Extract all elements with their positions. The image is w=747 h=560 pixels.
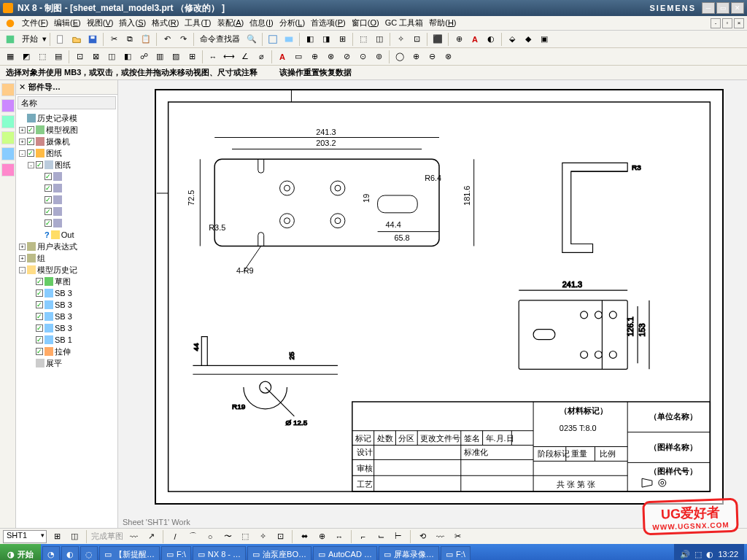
- start-menu-button[interactable]: [3, 32, 18, 47]
- save-button[interactable]: [85, 32, 100, 47]
- tree-row[interactable]: ✓SB 3: [18, 287, 116, 299]
- menu-item[interactable]: 窗口(O): [349, 18, 382, 27]
- sh-g[interactable]: ○: [203, 529, 217, 544]
- tool-k[interactable]: ⊕: [452, 32, 466, 47]
- dr-h[interactable]: ◧: [120, 50, 135, 64]
- sh-p[interactable]: ⌙: [374, 529, 388, 544]
- tree-row[interactable]: +✓摄像机: [18, 136, 116, 147]
- dr-e[interactable]: ⊡: [72, 50, 87, 64]
- dr-y[interactable]: ⊕: [409, 50, 423, 64]
- taskbar-item[interactable]: ▭AutoCAD …: [313, 546, 377, 560]
- sh-j[interactable]: ✧: [255, 529, 270, 544]
- tool-l[interactable]: ◐: [484, 32, 498, 47]
- dr-a[interactable]: ▦: [3, 50, 18, 64]
- rb-nav-icon[interactable]: [1, 83, 15, 96]
- dr-b[interactable]: ◩: [19, 50, 34, 64]
- sh-h[interactable]: 〜: [220, 529, 235, 544]
- tree-row[interactable]: +组: [18, 252, 116, 264]
- dr-n[interactable]: ⟷: [222, 50, 236, 64]
- tree-row[interactable]: ✓SB 3: [18, 322, 116, 334]
- dr-r[interactable]: ▭: [291, 50, 306, 64]
- sh-f[interactable]: ⌒: [185, 529, 200, 544]
- dr-p[interactable]: ⌀: [254, 50, 268, 64]
- tree-row[interactable]: ✓SB 3: [18, 299, 116, 311]
- cmd-finder-icon[interactable]: 🔍: [244, 32, 259, 47]
- dr-l[interactable]: ⊞: [185, 50, 199, 64]
- tree-row[interactable]: ✓: [18, 194, 116, 206]
- sh-t[interactable]: ✂: [450, 529, 465, 544]
- dr-m[interactable]: ↔: [206, 50, 220, 64]
- drawing-canvas[interactable]: 241.3 203.2 72.5 44.4 65.8 19 R6.4 4-R9 …: [118, 80, 747, 528]
- taskbar-item[interactable]: ▭F:\: [161, 546, 191, 560]
- menu-item[interactable]: 信息(I): [247, 18, 276, 27]
- tree-row[interactable]: -✓图纸: [18, 159, 116, 171]
- sh-o[interactable]: ⌐: [356, 529, 371, 544]
- tree-row[interactable]: ✓草图: [18, 276, 116, 287]
- close-button[interactable]: ✕: [731, 2, 744, 14]
- sh-m[interactable]: ⊕: [314, 529, 329, 544]
- dr-g[interactable]: ◫: [104, 50, 119, 64]
- taskbar-item[interactable]: ▭NX 8 - …: [193, 546, 246, 560]
- taskbar-item[interactable]: ▭屏幕录像…: [379, 546, 439, 560]
- dr-o[interactable]: ∠: [238, 50, 252, 64]
- tool-j[interactable]: ⬛: [430, 32, 445, 47]
- nav-column-name[interactable]: 名称: [18, 96, 116, 109]
- mdi-restore-button[interactable]: ▫: [722, 18, 732, 28]
- dr-k[interactable]: ▨: [169, 50, 183, 64]
- tool-a[interactable]: [266, 32, 280, 47]
- tree-row[interactable]: ✓: [18, 206, 116, 217]
- sh-r[interactable]: ⟲: [415, 529, 430, 544]
- dr-q[interactable]: A: [275, 50, 290, 64]
- tool-e[interactable]: ⊞: [335, 32, 349, 47]
- tree-row[interactable]: -模型历史记: [18, 264, 116, 276]
- cut-button[interactable]: ✂: [107, 32, 121, 47]
- tool-m[interactable]: ⬙: [505, 32, 519, 47]
- tool-b[interactable]: [282, 32, 296, 47]
- rb-e-icon[interactable]: [1, 147, 15, 160]
- nx-icon[interactable]: [3, 16, 18, 31]
- menu-item[interactable]: 装配(A): [214, 18, 247, 27]
- sh-n[interactable]: ↔: [332, 529, 347, 544]
- taskbar-item[interactable]: ▭F:\: [441, 546, 471, 560]
- menu-item[interactable]: 格式(R): [149, 18, 182, 27]
- sh-c[interactable]: 〰: [126, 529, 141, 544]
- tool-f[interactable]: ⬚: [356, 32, 371, 47]
- dr-s[interactable]: ⊕: [307, 50, 322, 64]
- rb-d-icon[interactable]: [1, 131, 15, 144]
- dr-x[interactable]: ◯: [392, 50, 407, 64]
- tree-row[interactable]: ✓拉伸: [18, 346, 116, 357]
- maximize-button[interactable]: ▭: [716, 2, 729, 14]
- open-button[interactable]: [69, 32, 84, 47]
- tree-row[interactable]: ✓: [18, 171, 116, 182]
- dr-v[interactable]: ⊙: [355, 50, 370, 64]
- sh-i[interactable]: ⬚: [238, 529, 252, 544]
- taskbar-item[interactable]: ▭【新提醒…: [99, 546, 160, 560]
- menu-item[interactable]: 工具(T): [182, 18, 214, 27]
- minimize-button[interactable]: ─: [702, 2, 715, 14]
- menu-item[interactable]: 首选项(P): [308, 18, 349, 27]
- tree-row[interactable]: +✓模型视图: [18, 124, 116, 136]
- tree-row[interactable]: ✓: [18, 217, 116, 229]
- text-tool[interactable]: A: [468, 32, 482, 47]
- sh-q[interactable]: ⊢: [391, 529, 406, 544]
- sh-b[interactable]: ◫: [67, 529, 82, 544]
- tree-row[interactable]: ✓SB 3: [18, 311, 116, 322]
- dr-f[interactable]: ⊠: [88, 50, 103, 64]
- ql-b[interactable]: ◐: [61, 546, 79, 560]
- nav-tree[interactable]: 历史记录模+✓模型视图+✓摄像机-✓图纸-✓图纸✓✓✓✓✓?Out+用户表达式+…: [16, 111, 117, 370]
- dr-c[interactable]: ⬚: [35, 50, 50, 64]
- taskbar-item[interactable]: ▭油泵座BO…: [247, 546, 311, 560]
- system-tray[interactable]: 🔊⬚◐ 13:22: [674, 544, 744, 560]
- sh-d[interactable]: ↗: [144, 529, 158, 544]
- dr-w[interactable]: ⊚: [371, 50, 386, 64]
- dr-aa[interactable]: ⊗: [441, 50, 455, 64]
- tool-n[interactable]: ◆: [521, 32, 535, 47]
- sh-k[interactable]: ⊡: [273, 529, 287, 544]
- dr-j[interactable]: ▥: [152, 50, 167, 64]
- dr-d[interactable]: ▤: [51, 50, 66, 64]
- undo-button[interactable]: ↶: [160, 32, 174, 47]
- menu-item[interactable]: 编辑(E): [51, 18, 84, 27]
- tool-g[interactable]: ◫: [372, 32, 387, 47]
- sh-s[interactable]: 〰: [433, 529, 447, 544]
- sh-a[interactable]: ⊞: [50, 529, 64, 544]
